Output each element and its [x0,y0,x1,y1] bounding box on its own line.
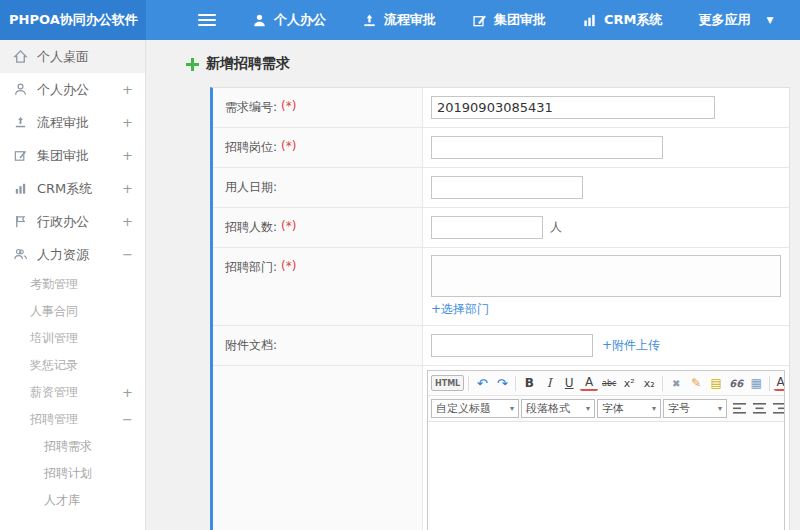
people-icon [13,247,28,262]
topnav-label: 个人办公 [274,11,326,29]
topnav-label: 更多应用 [699,11,751,29]
sidebar-item-crm-system[interactable]: CRM系统 + [0,172,145,205]
form-row-demand-code: 需求编号: (*) [213,88,789,128]
font-family-dropdown[interactable]: 字体 ▾ [597,399,661,418]
person-icon [13,82,28,97]
field-content [423,168,789,207]
align-right-icon[interactable] [771,401,784,417]
toolbar-separator [769,376,770,391]
custom-heading-dropdown[interactable]: 自定义标题 ▾ [431,399,519,418]
expand-icon[interactable]: + [122,385,133,400]
align-left-icon[interactable] [731,401,747,417]
field-content: +附件上传 [423,326,789,365]
sidebar-subitem-rewards[interactable]: 奖惩记录 [0,352,145,379]
remove-format-icon[interactable]: ✖ [667,374,685,392]
required-mark: (*) [281,259,296,273]
topnav-workflow-approval[interactable]: 流程审批 [362,11,436,29]
topnav-label: CRM系统 [604,11,663,29]
add-icon [186,58,199,71]
field-label: 需求编号: (*) [213,88,423,127]
paragraph-format-dropdown[interactable]: 段落格式 ▾ [521,399,595,418]
font-size-dropdown[interactable]: 字号 ▾ [663,399,727,418]
chevron-down-icon: ▾ [510,404,514,413]
redo-icon[interactable]: ↷ [493,374,511,392]
sidebar: 个人桌面 个人办公 + 流程审批 + 集团审批 + CRM系统 + 行政办公 + [0,40,146,530]
html-source-button[interactable]: HTML [431,375,464,391]
collapse-icon[interactable]: − [122,247,133,262]
edit-icon [13,148,28,163]
sidebar-subitem-attendance[interactable]: 考勤管理 [0,271,145,298]
page-title: 新增招聘需求 [206,55,290,73]
department-textarea[interactable] [431,255,781,297]
strikethrough-icon[interactable]: abc [600,374,618,392]
app-logo[interactable]: PHPOA协同办公软件 [0,0,146,40]
topnav-label: 流程审批 [384,11,436,29]
field-label: 招聘部门: (*) [213,248,423,325]
app-window: PHPOA协同办公软件 个人办公 流程审批 集团审批 CRM系统 更多应用 ▼ … [0,0,800,530]
highlight-icon[interactable]: ▤ [707,374,725,392]
attachment-upload-link[interactable]: +附件上传 [602,337,660,354]
sidebar-subitem-training[interactable]: 培训管理 [0,325,145,352]
underline-icon[interactable]: U [560,374,578,392]
topnav-more-apps[interactable]: 更多应用 ▼ [699,11,774,29]
sidebar-item-group-approval[interactable]: 集团审批 + [0,139,145,172]
headcount-input[interactable] [431,216,543,239]
topnav-personal-office[interactable]: 个人办公 [252,11,326,29]
chevron-down-icon: ▾ [586,404,590,413]
form-row-department: 招聘部门: (*) +选择部门 [213,248,789,326]
undo-icon[interactable]: ↶ [473,374,491,392]
sidebar-item-personal-office[interactable]: 个人办公 + [0,73,145,106]
toolbar-separator [515,376,516,391]
expand-icon[interactable]: + [122,115,133,130]
bar-chart-icon [13,181,28,196]
blockquote-icon[interactable]: 66 [727,374,745,392]
topbar: PHPOA协同办公软件 个人办公 流程审批 集团审批 CRM系统 更多应用 ▼ [0,0,800,40]
sidebar-subitem-recruitment[interactable]: 招聘管理 − [0,406,145,433]
collapse-icon[interactable]: − [122,412,133,427]
align-center-icon[interactable] [751,401,767,417]
recruit-post-input[interactable] [431,136,663,159]
sidebar-item-workflow-approval[interactable]: 流程审批 + [0,106,145,139]
workflow-icon [362,13,377,28]
toolbar-separator [468,376,469,391]
flag-icon [13,214,28,229]
topnav-group-approval[interactable]: 集团审批 [472,11,546,29]
italic-icon[interactable]: I [540,374,558,392]
font-color-icon[interactable]: A [580,376,598,391]
hire-date-input[interactable] [431,176,583,199]
bar-chart-icon [582,13,597,28]
sidebar-item-human-resources[interactable]: 人力资源 − [0,238,145,271]
select-department-link[interactable]: +选择部门 [431,301,489,318]
expand-icon[interactable]: + [122,214,133,229]
topnav-crm-system[interactable]: CRM系统 [582,11,663,29]
sidebar-subitem-salary[interactable]: 薪资管理 + [0,379,145,406]
chevron-down-icon: ▾ [652,404,656,413]
sidebar-subitem-talent-pool[interactable]: 人才库 [0,487,145,514]
text-color-dropdown[interactable]: A ▾ [774,376,784,391]
expand-icon[interactable]: + [122,82,133,97]
subscript-icon[interactable]: x₂ [640,374,658,392]
format-brush-icon[interactable]: ✎ [687,374,705,392]
expand-icon[interactable]: + [122,181,133,196]
attachment-input[interactable] [431,334,593,357]
sidebar-item-administrative-office[interactable]: 行政办公 + [0,205,145,238]
expand-icon[interactable]: + [122,148,133,163]
demand-code-input[interactable] [431,96,715,119]
editor-toolbar-row1: HTML ↶ ↷ B I U A abc x² x₂ [428,371,784,396]
chevron-down-icon: ▾ [718,404,722,413]
field-label: 附件文档: [213,326,423,365]
sidebar-subitem-recruit-plan[interactable]: 招聘计划 [0,460,145,487]
field-content [423,88,789,127]
field-content: HTML ↶ ↷ B I U A abc x² x₂ [423,366,789,530]
editor-content-area[interactable] [428,422,784,530]
table-icon[interactable]: ▦ [747,374,765,392]
field-label: 招聘人数: (*) [213,208,423,247]
bold-icon[interactable]: B [520,374,538,392]
form-row-job-requirements: 岗位要求: (*) HTML ↶ ↷ B I U [213,366,789,530]
sidebar-item-personal-desktop[interactable]: 个人桌面 [0,40,145,73]
required-mark: (*) [281,139,296,153]
sidebar-subitem-hr-contract[interactable]: 人事合同 [0,298,145,325]
sidebar-subitem-recruit-demand[interactable]: 招聘需求 [0,433,145,460]
menu-icon[interactable] [198,14,216,26]
superscript-icon[interactable]: x² [620,374,638,392]
